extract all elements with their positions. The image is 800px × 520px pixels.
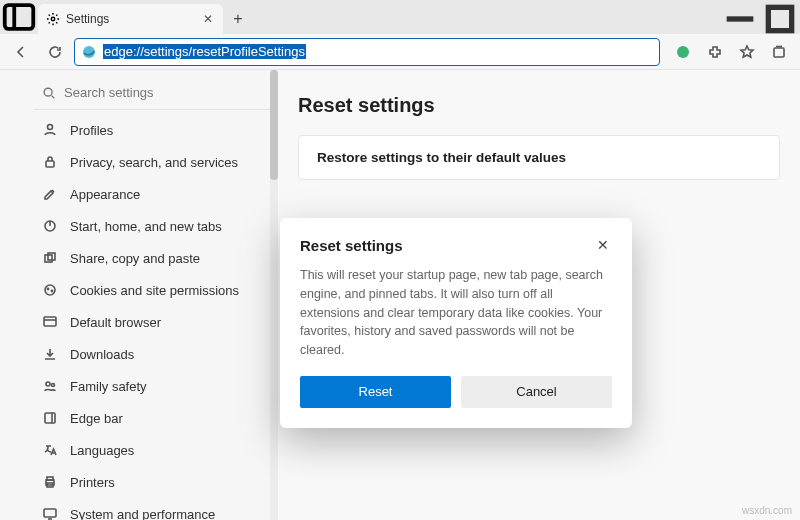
dialog-title: Reset settings — [300, 237, 594, 254]
reset-button[interactable]: Reset — [300, 376, 451, 408]
cancel-button[interactable]: Cancel — [461, 376, 612, 408]
modal-overlay: Reset settings ✕ This will reset your st… — [0, 0, 800, 520]
dialog-close-button[interactable]: ✕ — [594, 236, 612, 254]
reset-settings-dialog: Reset settings ✕ This will reset your st… — [280, 218, 632, 428]
dialog-body: This will reset your startup page, new t… — [300, 266, 612, 360]
watermark: wsxdn.com — [742, 505, 792, 516]
